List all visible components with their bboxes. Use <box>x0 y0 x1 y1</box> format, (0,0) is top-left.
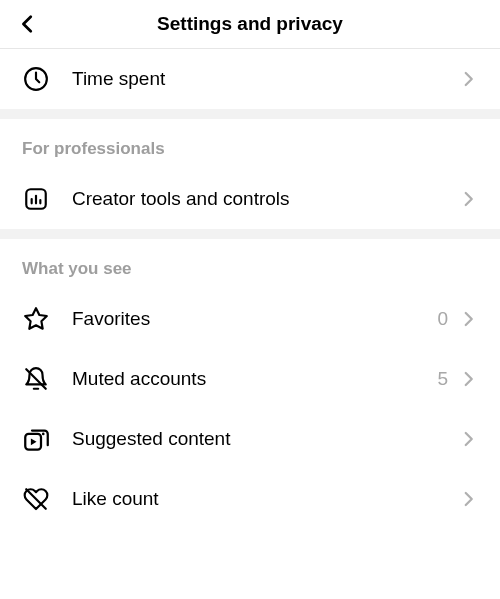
row-muted-accounts[interactable]: Muted accounts 5 <box>0 349 500 409</box>
row-suggested-content[interactable]: Suggested content <box>0 409 500 469</box>
row-label: Time spent <box>72 68 458 90</box>
section-header-what-you-see: What you see <box>0 239 500 289</box>
star-icon <box>22 305 50 333</box>
row-like-count[interactable]: Like count <box>0 469 500 529</box>
row-label: Creator tools and controls <box>72 188 458 210</box>
svg-point-9 <box>41 432 44 435</box>
heart-off-icon <box>22 485 50 513</box>
chevron-right-icon <box>458 369 478 389</box>
chevron-right-icon <box>458 69 478 89</box>
row-label: Suggested content <box>72 428 458 450</box>
chevron-right-icon <box>458 309 478 329</box>
analytics-icon <box>22 185 50 213</box>
row-label: Like count <box>72 488 458 510</box>
row-label: Muted accounts <box>72 368 437 390</box>
header: Settings and privacy <box>0 0 500 48</box>
chevron-right-icon <box>458 489 478 509</box>
section-gap <box>0 229 500 239</box>
svg-marker-5 <box>25 308 47 329</box>
svg-marker-8 <box>30 438 36 445</box>
chevron-right-icon <box>458 429 478 449</box>
row-count: 0 <box>437 308 448 330</box>
chevron-right-icon <box>458 189 478 209</box>
bell-off-icon <box>22 365 50 393</box>
back-button[interactable] <box>12 8 44 40</box>
row-time-spent[interactable]: Time spent <box>0 49 500 109</box>
section-gap <box>0 109 500 119</box>
row-creator-tools[interactable]: Creator tools and controls <box>0 169 500 229</box>
row-favorites[interactable]: Favorites 0 <box>0 289 500 349</box>
row-label: Favorites <box>72 308 437 330</box>
chevron-left-icon <box>17 13 39 35</box>
section-header-professionals: For professionals <box>0 119 500 169</box>
row-count: 5 <box>437 368 448 390</box>
clock-icon <box>22 65 50 93</box>
media-stack-icon <box>22 425 50 453</box>
page-title: Settings and privacy <box>157 13 343 35</box>
